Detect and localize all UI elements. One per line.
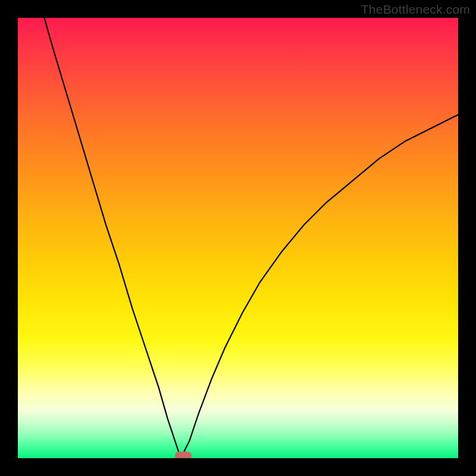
optimum-marker — [175, 452, 192, 458]
curve-left-branch — [44, 18, 180, 458]
bottleneck-curve — [18, 18, 458, 458]
plot-area — [18, 18, 458, 458]
curve-right-branch — [181, 115, 458, 458]
watermark-text: TheBottleneck.com — [361, 2, 470, 17]
chart-frame: TheBottleneck.com — [0, 0, 476, 476]
